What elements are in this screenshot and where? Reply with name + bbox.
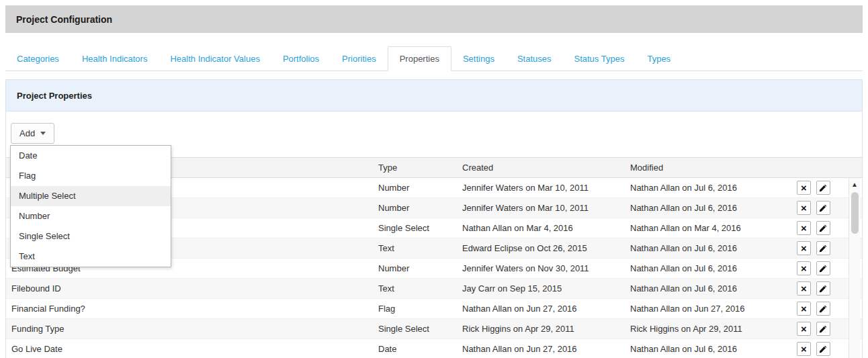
scrollbar-thumb[interactable] bbox=[851, 192, 859, 234]
property-created-cell: Jay Carr on Sep 15, 2015 bbox=[457, 279, 625, 299]
vertical-scrollbar[interactable]: ▲ bbox=[849, 178, 860, 358]
property-created-cell: Nathan Allan on Jun 27, 2016 bbox=[457, 299, 625, 319]
edit-icon bbox=[819, 265, 827, 273]
property-type-cell: Single Select bbox=[373, 218, 457, 238]
delete-button[interactable]: × bbox=[797, 221, 811, 235]
edit-button[interactable] bbox=[816, 322, 830, 336]
menu-item-multiple-select[interactable]: Multiple Select bbox=[11, 186, 171, 206]
add-button[interactable]: Add bbox=[11, 123, 54, 144]
tab-status-types[interactable]: Status Types bbox=[563, 47, 636, 71]
edit-button[interactable] bbox=[816, 281, 830, 296]
menu-item-single-select[interactable]: Single Select bbox=[11, 226, 171, 247]
property-modified-cell: Nathan Allan on Jul 6, 2016 bbox=[625, 198, 793, 218]
delete-icon: × bbox=[801, 263, 807, 273]
delete-icon: × bbox=[801, 183, 807, 193]
edit-icon bbox=[819, 285, 827, 293]
delete-button[interactable]: × bbox=[797, 322, 811, 336]
property-type-cell: Date bbox=[373, 339, 457, 358]
edit-icon bbox=[819, 184, 827, 192]
delete-icon: × bbox=[801, 304, 807, 314]
property-type-cell: Text bbox=[373, 279, 457, 299]
panel-title: Project Properties bbox=[17, 91, 92, 101]
property-created-cell: Jennifer Waters on Nov 30, 2011 bbox=[457, 259, 625, 279]
table-row: Go Live Date Date Nathan Allan on Jun 27… bbox=[6, 339, 862, 358]
property-created-cell: Jennifer Waters on Mar 10, 2011 bbox=[457, 178, 625, 198]
delete-icon: × bbox=[801, 223, 807, 233]
property-created-cell: Nathan Allan on Mar 4, 2016 bbox=[457, 218, 625, 238]
property-type-cell: Number bbox=[373, 259, 457, 279]
column-header-modified: Modified bbox=[625, 158, 793, 178]
delete-button[interactable]: × bbox=[797, 181, 811, 195]
table-row: Filebound ID Text Jay Carr on Sep 15, 20… bbox=[6, 279, 862, 299]
add-button-label: Add bbox=[19, 128, 35, 138]
tab-priorities[interactable]: Priorities bbox=[331, 47, 388, 71]
property-name-cell: Go Live Date bbox=[6, 339, 373, 358]
delete-button[interactable]: × bbox=[797, 201, 811, 215]
panel-header: Project Properties bbox=[6, 80, 862, 111]
edit-button[interactable] bbox=[816, 342, 830, 356]
edit-button[interactable] bbox=[816, 241, 830, 255]
edit-button[interactable] bbox=[816, 302, 830, 316]
delete-button[interactable]: × bbox=[797, 281, 811, 296]
tab-health-indicator-values[interactable]: Health Indicator Values bbox=[159, 47, 271, 71]
scroll-up-button[interactable]: ▲ bbox=[849, 178, 860, 190]
tab-types[interactable]: Types bbox=[636, 47, 682, 71]
property-created-cell: Nathan Allan on Jun 27, 2016 bbox=[457, 339, 625, 358]
edit-icon bbox=[819, 305, 827, 313]
page-header: Project Configuration bbox=[5, 5, 863, 33]
property-modified-cell: Nathan Allan on Jul 6, 2016 bbox=[625, 279, 793, 299]
property-modified-cell: Nathan Allan on Jul 6, 2016 bbox=[625, 178, 793, 198]
delete-icon: × bbox=[801, 324, 807, 334]
edit-button[interactable] bbox=[816, 261, 830, 275]
tab-bar: Categories Health Indicators Health Indi… bbox=[5, 46, 863, 71]
table-row: Financial Funding? Flag Nathan Allan on … bbox=[6, 299, 862, 319]
property-modified-cell: Rick Higgins on Apr 29, 2011 bbox=[625, 319, 793, 339]
edit-button[interactable] bbox=[816, 201, 830, 215]
table-row: Funding Type Single Select Rick Higgins … bbox=[6, 319, 862, 339]
tab-statuses[interactable]: Statuses bbox=[506, 47, 563, 71]
property-name-cell: Financial Funding? bbox=[6, 299, 373, 319]
edit-icon bbox=[819, 244, 827, 253]
delete-button[interactable]: × bbox=[797, 342, 811, 356]
property-type-cell: Text bbox=[373, 238, 457, 259]
delete-icon: × bbox=[801, 203, 807, 213]
caret-down-icon bbox=[40, 132, 46, 135]
property-modified-cell: Nathan Allan on Jul 6, 2016 bbox=[625, 238, 793, 259]
edit-button[interactable] bbox=[816, 181, 830, 195]
property-type-cell: Single Select bbox=[373, 319, 457, 339]
tab-categories[interactable]: Categories bbox=[5, 47, 71, 71]
edit-icon bbox=[819, 345, 827, 353]
tab-health-indicators[interactable]: Health Indicators bbox=[71, 47, 159, 71]
menu-item-flag[interactable]: Flag bbox=[11, 166, 171, 186]
tab-settings[interactable]: Settings bbox=[451, 47, 506, 71]
property-modified-cell: Nathan Allan on Mar 4, 2016 bbox=[625, 218, 793, 238]
property-type-cell: Number bbox=[373, 178, 457, 198]
edit-icon bbox=[819, 204, 827, 212]
edit-icon bbox=[819, 224, 827, 232]
property-modified-cell: Nathan Allan on Jun 27, 2016 bbox=[625, 299, 793, 319]
delete-button[interactable]: × bbox=[797, 241, 811, 255]
tab-properties[interactable]: Properties bbox=[388, 46, 451, 71]
delete-icon: × bbox=[801, 243, 807, 253]
tab-portfolios[interactable]: Portfolios bbox=[271, 47, 331, 71]
menu-item-date[interactable]: Date bbox=[11, 146, 171, 166]
scroll-up-icon: ▲ bbox=[851, 181, 858, 188]
property-created-cell: Jennifer Waters on Mar 10, 2011 bbox=[457, 198, 625, 218]
property-type-cell: Flag bbox=[373, 299, 457, 319]
property-type-cell: Number bbox=[373, 198, 457, 218]
property-modified-cell: Nathan Allan on Jul 6, 2016 bbox=[625, 339, 793, 358]
column-header-actions bbox=[793, 158, 862, 178]
edit-button[interactable] bbox=[816, 221, 830, 235]
delete-button[interactable]: × bbox=[797, 302, 811, 316]
add-dropdown-menu: Date Flag Multiple Select Number Single … bbox=[10, 145, 171, 267]
property-modified-cell: Nathan Allan on Jul 6, 2016 bbox=[625, 259, 793, 279]
delete-icon: × bbox=[801, 344, 807, 354]
property-name-cell: Funding Type bbox=[6, 319, 373, 339]
menu-item-number[interactable]: Number bbox=[11, 206, 171, 226]
delete-button[interactable]: × bbox=[797, 261, 811, 275]
page-title: Project Configuration bbox=[16, 14, 112, 25]
delete-icon: × bbox=[801, 283, 807, 294]
menu-item-text[interactable]: Text bbox=[11, 247, 171, 267]
property-created-cell: Rick Higgins on Apr 29, 2011 bbox=[457, 319, 625, 339]
property-created-cell: Edward Eclipse on Oct 26, 2015 bbox=[457, 238, 625, 259]
